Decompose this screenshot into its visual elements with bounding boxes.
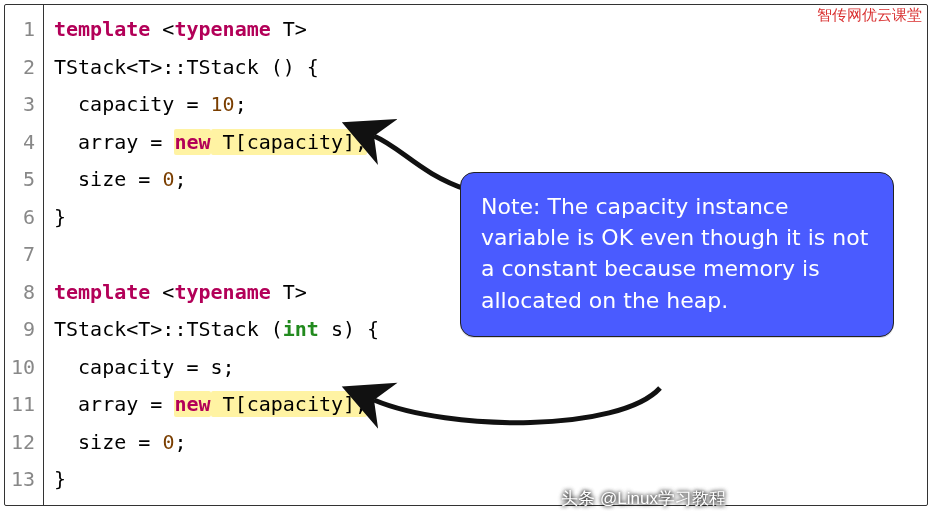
code-token: <: [150, 17, 174, 41]
code-token: template: [54, 17, 150, 41]
code-line: capacity = s;: [54, 349, 919, 387]
code-token: TStack<T>::TStack (: [54, 317, 283, 341]
highlighted-token: new: [174, 129, 210, 155]
line-number: 12: [9, 424, 35, 462]
line-number: 8: [9, 274, 35, 312]
line-number: 1: [9, 11, 35, 49]
line-number: 3: [9, 86, 35, 124]
code-token: 10: [211, 92, 235, 116]
code-line: size = 0;: [54, 424, 919, 462]
watermark-top-right: 智传网优云课堂: [817, 6, 922, 25]
code-token: T>: [271, 280, 307, 304]
watermark-bottom: 头条 @Linux学习教程: [561, 487, 726, 510]
code-token: }: [54, 467, 66, 491]
code-token: s) {: [319, 317, 379, 341]
line-number: 10: [9, 349, 35, 387]
line-number: 4: [9, 124, 35, 162]
code-token: capacity =: [54, 92, 211, 116]
code-token: ;: [174, 167, 186, 191]
code-token: capacity = s;: [54, 355, 235, 379]
code-token: int: [283, 317, 319, 341]
code-line: array = new T[capacity];: [54, 386, 919, 424]
code-token: template: [54, 280, 150, 304]
callout-text: Note: The capacity instance variable is …: [481, 194, 868, 313]
highlighted-token: new: [174, 391, 210, 417]
code-token: ;: [174, 430, 186, 454]
code-token: 0: [162, 167, 174, 191]
code-token: TStack<T>::TStack () {: [54, 55, 319, 79]
line-number: 6: [9, 199, 35, 237]
code-token: typename: [174, 17, 270, 41]
code-token: size =: [54, 167, 162, 191]
callout-note: Note: The capacity instance variable is …: [460, 172, 894, 337]
highlighted-token: T[capacity];: [211, 391, 368, 417]
code-line: TStack<T>::TStack () {: [54, 49, 919, 87]
line-number: 11: [9, 386, 35, 424]
code-token: T>: [271, 17, 307, 41]
code-token: typename: [174, 280, 270, 304]
code-line: array = new T[capacity];: [54, 124, 919, 162]
code-token: 0: [162, 430, 174, 454]
code-line: template <typename T>: [54, 11, 919, 49]
code-token: <: [150, 280, 174, 304]
code-token: size =: [54, 430, 162, 454]
code-token: }: [54, 205, 66, 229]
line-number: 9: [9, 311, 35, 349]
line-number: 2: [9, 49, 35, 87]
code-token: array =: [54, 130, 174, 154]
code-line: capacity = 10;: [54, 86, 919, 124]
code-line: }: [54, 461, 919, 499]
line-number-gutter: 12345678910111213: [5, 5, 43, 505]
line-number: 13: [9, 461, 35, 499]
code-token: ;: [235, 92, 247, 116]
line-number: 7: [9, 236, 35, 274]
highlighted-token: T[capacity];: [211, 129, 368, 155]
line-number: 5: [9, 161, 35, 199]
code-token: array =: [54, 392, 174, 416]
